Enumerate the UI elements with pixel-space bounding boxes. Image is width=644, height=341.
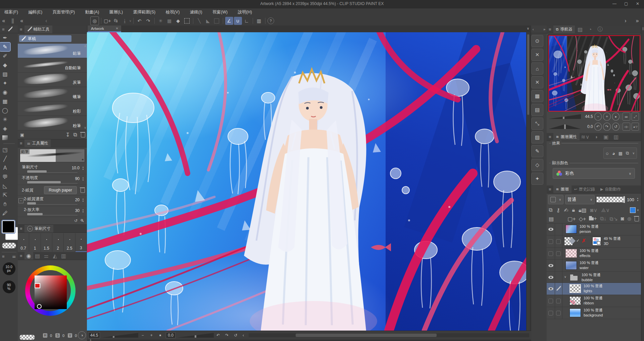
zoom-in-icon[interactable]: + xyxy=(147,333,156,338)
save-dropdown-icon[interactable]: ∨ xyxy=(129,19,132,23)
menu-animation[interactable]: 動畫(A) xyxy=(81,8,104,16)
clip-studio-logo-icon[interactable]: ◎ xyxy=(90,16,99,25)
layer-row-bubble-folder[interactable]: ∨ 100 % 普通 bubble xyxy=(547,272,641,283)
nav-rotate-cw-icon[interactable]: ↷ xyxy=(603,123,610,131)
snap-special-ruler-icon[interactable]: ∪ xyxy=(234,17,242,25)
hidden-eye-box[interactable] xyxy=(548,239,553,244)
expand-minus-icon[interactable]: − xyxy=(18,198,23,203)
zoom-out-icon[interactable]: − xyxy=(138,333,147,338)
material-3d-icon[interactable]: ◇ xyxy=(531,159,543,171)
density-spinner[interactable]: ▲▼ xyxy=(81,197,85,203)
layer-row-effects[interactable]: 100 % 普通 effects xyxy=(547,248,641,260)
size-cell-1[interactable]: 1 xyxy=(29,233,41,252)
effect-layer-color-icon[interactable]: ⧉ xyxy=(626,151,629,156)
brushsize-menu-icon[interactable]: ≡ xyxy=(18,226,24,231)
opacity-spinner[interactable]: ▲▼ xyxy=(81,176,85,182)
main-color-swatch[interactable] xyxy=(2,220,15,233)
nav-fit-icon[interactable]: ■ xyxy=(612,113,620,121)
material-close2-icon[interactable]: ✕ xyxy=(531,76,543,88)
layer-row-person[interactable]: 100 % 普通 person xyxy=(547,223,641,236)
minimize-button[interactable]: — xyxy=(609,0,620,7)
layer-row-ribbon[interactable]: 100 % 普通 ribbon xyxy=(547,295,641,307)
new-folder-icon[interactable]: + xyxy=(589,216,597,222)
tool-autoselect-icon[interactable]: ✳︎ xyxy=(0,115,10,124)
layer-row-water[interactable]: 100 % 普通 water xyxy=(547,260,641,272)
layer-color-control[interactable]: ∨ xyxy=(630,207,639,213)
new-raster-layer-icon[interactable]: ▢+ xyxy=(567,216,576,222)
menu-page[interactable]: 頁面管理(P) xyxy=(48,8,80,16)
layerprop-menu-icon[interactable]: ≡ xyxy=(547,134,553,139)
palette-color-dropdown[interactable]: ∨ xyxy=(548,195,563,204)
help-icon[interactable]: ? xyxy=(267,17,274,24)
layer-color-swatch[interactable] xyxy=(630,207,636,213)
size-cell-15[interactable]: 1.5 xyxy=(41,233,52,252)
nav-zoom-slider[interactable] xyxy=(549,114,581,119)
tool-line-icon[interactable]: ╱ xyxy=(0,155,10,163)
maximize-button[interactable]: ▢ xyxy=(621,0,631,7)
canvas-vscroll-thumb[interactable] xyxy=(527,34,529,115)
tool-gradient-icon[interactable] xyxy=(0,133,10,142)
magnification-slider[interactable] xyxy=(27,213,64,215)
deselect-icon[interactable]: ✳ xyxy=(157,17,165,25)
canvas-hscroll-thumb[interactable] xyxy=(296,334,437,337)
duplicate-subtool-icon[interactable]: ⧉ xyxy=(71,132,79,138)
canvas-rotation-slider[interactable] xyxy=(177,333,214,338)
effect-border-icon[interactable]: ○ xyxy=(606,151,609,156)
delete-layer-icon[interactable] xyxy=(635,216,639,221)
toolprop-tab[interactable]: ⚌ 工具屬性 xyxy=(24,139,51,147)
subview-tab-icon[interactable]: ▨ xyxy=(575,26,585,33)
tool-pen-icon[interactable]: ✒︎ xyxy=(0,34,10,42)
panel-collapse-icon[interactable]: « xyxy=(0,18,7,24)
blend-mode-dropdown[interactable]: 普通 ∨ xyxy=(565,195,595,204)
texture-delete-icon[interactable] xyxy=(81,187,85,193)
opacity-indicator[interactable]: 90 % xyxy=(3,281,15,293)
delete-subtool-icon[interactable] xyxy=(79,132,87,137)
save-icon[interactable]: ⭳ xyxy=(121,17,129,25)
visible-eye-icon[interactable] xyxy=(548,287,553,290)
merge-down-icon[interactable]: ⧉↘ xyxy=(609,216,618,222)
half-tone-icon[interactable]: ◣ xyxy=(204,17,212,25)
canvas-rotation-value[interactable]: 0.0 xyxy=(166,332,176,338)
tool-lasso-icon[interactable]: ◯ xyxy=(0,106,10,115)
magnification-spinner[interactable]: ▲▼ xyxy=(81,208,85,214)
fill-icon[interactable]: ◆ xyxy=(174,17,182,25)
enable-mask-icon[interactable]: ◙∨ xyxy=(590,207,597,213)
tab-list-icon[interactable]: ∨ xyxy=(527,27,529,30)
reset-rotation-icon[interactable]: ↺ xyxy=(231,333,240,338)
canvas-zoom-slider[interactable] xyxy=(101,333,138,338)
brush-item-pastel[interactable]: 粉彩 xyxy=(18,101,87,116)
companion-device-icon[interactable]: ▥ xyxy=(255,17,263,25)
import-subtool-icon[interactable]: ↧ xyxy=(64,132,71,138)
navigator-tab[interactable]: ⧉ 導航器 xyxy=(553,26,575,33)
layers-tab[interactable]: ≋ 圖層 xyxy=(553,185,572,193)
transfer-down-icon[interactable]: ⧉↓ xyxy=(600,216,606,222)
layer-row-lights[interactable]: 100 % 普通 lights xyxy=(547,283,641,295)
brush-item-mech-pencil[interactable]: 自動鉛筆 xyxy=(18,58,87,73)
nav-reset-rotation-icon[interactable]: ↺ xyxy=(612,123,620,131)
border-tab-icon[interactable]: ▣ xyxy=(601,134,611,140)
tone-tab-icon[interactable]: ◑ xyxy=(591,134,601,140)
quickbar-menu-icon[interactable]: ≡ xyxy=(2,254,5,259)
size-cell-25[interactable]: 2.5 xyxy=(64,233,75,252)
detail-settings-icon[interactable]: 🔍︎ xyxy=(80,218,84,223)
nav-flip-v-icon[interactable]: ▲▽ xyxy=(632,123,639,131)
snap-guide-icon[interactable]: ∟ xyxy=(243,17,251,25)
tool-airbrush-icon[interactable]: ▨ xyxy=(0,70,10,78)
color-slider-tab-icon[interactable]: ⚌ xyxy=(42,253,51,259)
rotate-ccw-icon[interactable]: ↶ xyxy=(214,333,222,338)
nav-rotation-slider[interactable] xyxy=(549,124,581,129)
information-tab-icon[interactable]: ⓘ xyxy=(595,26,605,33)
layer-property-tab[interactable]: ≋ 圖層屬性 xyxy=(553,133,580,141)
color-mix-tab-icon[interactable]: ◭ xyxy=(51,253,59,259)
color-mode-toggle-icon[interactable]: ◑ xyxy=(78,331,86,339)
mat-collapse-icon[interactable]: » xyxy=(543,27,545,31)
tool-correct-line-icon[interactable]: ⇱ xyxy=(0,191,10,199)
subtool-scroll-up-icon[interactable]: ∧ xyxy=(84,44,86,48)
brush-size-indicator[interactable]: 10.0 px xyxy=(3,262,15,275)
menu-file[interactable]: 檔案(F) xyxy=(0,8,22,16)
snap-ruler-icon[interactable]: ∠ xyxy=(225,17,233,25)
nav-rotate-ccw-icon[interactable]: ↶ xyxy=(594,123,602,131)
layer-opacity-thumb[interactable] xyxy=(624,196,625,203)
rotate-cw-icon[interactable]: ↷ xyxy=(222,333,231,338)
nav-zoom-out-icon[interactable]: − xyxy=(594,113,602,121)
